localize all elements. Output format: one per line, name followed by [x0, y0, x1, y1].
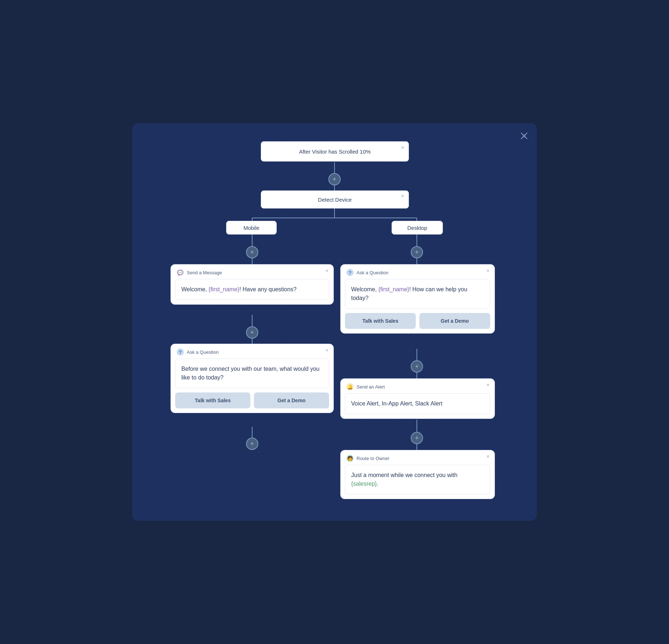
ask-question-left-title: Ask a Question — [187, 349, 219, 355]
talk-sales-btn-left[interactable]: Talk with Sales — [175, 392, 250, 408]
ask-question-left-header: ? Ask a Question × — [171, 344, 333, 359]
send-alert-header: 🔔 Send an Alert × — [341, 379, 495, 393]
send-message-card: 💬 Send a Message × Welcome, {first_name}… — [171, 264, 334, 305]
ask-question-left-card: ? Ask a Question × Before we connect you… — [171, 344, 334, 413]
first-name-var-1: {first_name} — [208, 286, 239, 292]
route-owner-body: Just a moment while we connect you with … — [345, 465, 490, 494]
detect-device-node: Detect Device × — [261, 190, 409, 209]
ask-question-left-icon: ? — [177, 348, 184, 356]
mobile-node: Mobile — [226, 221, 277, 235]
route-owner-title: Route to Owner — [357, 456, 389, 461]
mobile-label: Mobile — [243, 225, 259, 231]
add-btn-right[interactable]: + — [411, 246, 423, 258]
trigger-close[interactable]: × — [401, 145, 404, 150]
add-btn-left-3[interactable]: + — [246, 438, 258, 450]
svg-point-0 — [523, 135, 525, 137]
ask-question-right-title: Ask a Question — [357, 270, 388, 275]
add-btn-left[interactable]: + — [246, 246, 258, 258]
ask-question-left-body: Before we connect you with our team, wha… — [175, 359, 329, 388]
add-btn-right-3[interactable]: + — [411, 432, 423, 444]
add-btn-left-2[interactable]: + — [246, 326, 258, 339]
route-owner-header: 🧑 Route to Owner × — [341, 450, 495, 465]
send-message-title: Send a Message — [187, 270, 222, 275]
send-message-header: 💬 Send a Message × — [171, 265, 333, 279]
add-btn-1[interactable]: + — [328, 173, 341, 185]
send-alert-close[interactable]: × — [487, 382, 489, 387]
route-owner-close[interactable]: × — [487, 454, 489, 459]
detect-device-label: Detect Device — [318, 197, 351, 203]
send-alert-icon: 🔔 — [346, 383, 354, 390]
send-alert-title: Send an Alert — [357, 384, 385, 390]
send-message-close[interactable]: × — [325, 268, 328, 273]
send-message-body: Welcome, {first_name}! Have any question… — [175, 279, 329, 300]
trigger-label: After Visitor has Scrolled 10% — [299, 149, 371, 155]
ask-question-right-close[interactable]: × — [487, 268, 489, 273]
ask-question-right-body: Welcome, {first_name}! How can we help y… — [345, 279, 490, 309]
desktop-label: Desktop — [407, 225, 427, 231]
ask-question-right-card: ? Ask a Question × Welcome, {first_name}… — [340, 264, 495, 334]
tools-icon[interactable] — [520, 132, 528, 142]
trigger-node: After Visitor has Scrolled 10% × — [261, 141, 409, 162]
route-owner-card: 🧑 Route to Owner × Just a moment while w… — [340, 450, 495, 499]
desktop-node: Desktop — [392, 221, 443, 235]
send-message-icon: 💬 — [177, 269, 184, 276]
ask-question-left-close[interactable]: × — [325, 348, 328, 353]
ask-question-left-buttons: Talk with Sales Get a Demo — [175, 392, 329, 408]
send-alert-card: 🔔 Send an Alert × Voice Alert, In-App Al… — [340, 378, 495, 419]
add-btn-right-2[interactable]: + — [411, 360, 423, 373]
route-owner-icon: 🧑 — [346, 455, 354, 462]
send-alert-body: Voice Alert, In-App Alert, Slack Alert — [345, 393, 490, 414]
salesrep-var: {salesrep} — [351, 481, 377, 487]
detect-close[interactable]: × — [401, 193, 404, 199]
first-name-var-2: {first_name} — [378, 286, 409, 292]
ask-question-right-buttons: Talk with Sales Get a Demo — [345, 313, 490, 329]
ask-question-right-header: ? Ask a Question × — [341, 265, 495, 279]
get-demo-btn-left[interactable]: Get a Demo — [254, 392, 329, 408]
talk-sales-btn-right[interactable]: Talk with Sales — [345, 313, 416, 329]
get-demo-btn-right[interactable]: Get a Demo — [419, 313, 490, 329]
flow-canvas: After Visitor has Scrolled 10% × + Detec… — [132, 123, 537, 521]
ask-question-right-icon: ? — [346, 269, 354, 276]
